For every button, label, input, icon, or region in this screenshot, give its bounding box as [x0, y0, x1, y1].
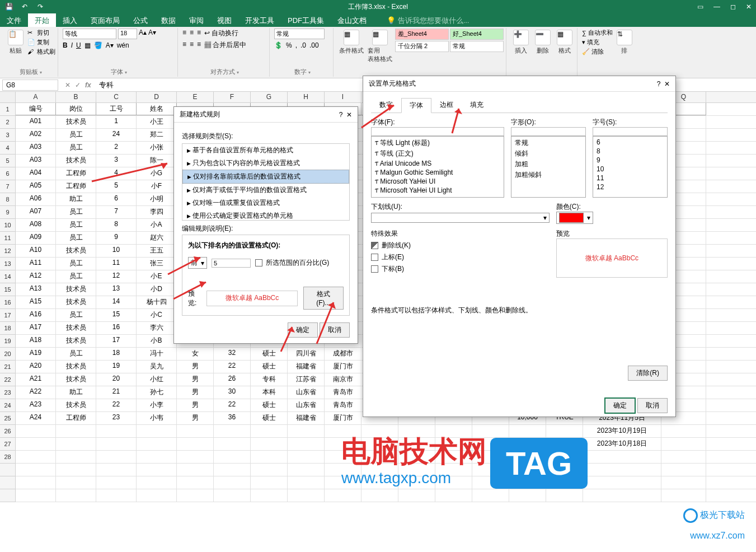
cell[interactable]: 姓名: [137, 103, 177, 115]
cell[interactable]: A02: [16, 129, 56, 141]
cell[interactable]: 20: [96, 373, 137, 386]
cell[interactable]: [325, 451, 361, 463]
cell[interactable]: [398, 464, 435, 476]
style-list[interactable]: 常规倾斜加粗加粗倾斜: [511, 136, 586, 198]
list-item[interactable]: 11: [594, 174, 666, 183]
row-header[interactable]: [0, 476, 16, 489]
cell[interactable]: A13: [16, 283, 56, 296]
cell[interactable]: 员工: [56, 270, 96, 283]
tell-me[interactable]: 💡 告诉我您想要做什么...: [380, 13, 476, 27]
cell[interactable]: [214, 464, 251, 476]
cell[interactable]: 11: [96, 258, 137, 270]
cell[interactable]: 青岛市: [325, 386, 361, 399]
row-header[interactable]: 7: [0, 180, 16, 193]
cell[interactable]: [56, 451, 96, 463]
align-left-icon[interactable]: ≡: [182, 40, 186, 50]
cell[interactable]: [56, 476, 96, 489]
color-select[interactable]: ▾: [556, 212, 593, 224]
cell[interactable]: [661, 489, 706, 502]
cell[interactable]: A23: [16, 399, 56, 411]
col-header[interactable]: I: [325, 92, 361, 102]
cell[interactable]: 硕士: [251, 412, 288, 424]
cell[interactable]: [398, 438, 435, 450]
cell[interactable]: 南京市: [325, 373, 361, 386]
cell[interactable]: 硕士: [251, 399, 288, 411]
table-format-button[interactable]: ▦套用 表格格式: [367, 29, 393, 64]
cell[interactable]: 厦门市: [325, 412, 361, 424]
cell[interactable]: 4: [96, 167, 137, 180]
row-header[interactable]: 1: [0, 103, 16, 116]
tab-formulas[interactable]: 公式: [126, 13, 154, 27]
cell[interactable]: [583, 489, 661, 502]
cell[interactable]: [16, 425, 56, 437]
cell[interactable]: A01: [16, 116, 56, 128]
col-header[interactable]: E: [177, 92, 214, 102]
cell[interactable]: [361, 425, 398, 437]
tab-border[interactable]: 边框: [431, 97, 462, 113]
tab-developer[interactable]: 开发工具: [238, 13, 281, 27]
tab-view[interactable]: 视图: [210, 13, 238, 27]
tab-insert[interactable]: 插入: [56, 13, 84, 27]
font-select[interactable]: 等线: [63, 29, 116, 39]
cell[interactable]: A15: [16, 296, 56, 308]
cell[interactable]: [16, 464, 56, 476]
count-input[interactable]: [212, 259, 251, 268]
cell[interactable]: [137, 464, 177, 476]
cell[interactable]: [583, 476, 661, 489]
cell[interactable]: 男: [177, 373, 214, 386]
style-item[interactable]: 千位分隔 2: [395, 41, 449, 52]
font-name-input[interactable]: [371, 127, 504, 136]
col-header[interactable]: A: [16, 92, 56, 102]
cell[interactable]: A08: [16, 219, 56, 231]
style-item[interactable]: 差_Sheet4: [395, 29, 449, 40]
cell[interactable]: [435, 464, 472, 476]
tab-fill[interactable]: 填充: [462, 97, 492, 113]
cell[interactable]: [509, 438, 546, 450]
cancel-formula-icon[interactable]: ✕: [65, 81, 71, 89]
cell[interactable]: [472, 476, 509, 489]
cell[interactable]: 22: [214, 399, 251, 411]
cell[interactable]: 22: [96, 399, 137, 411]
cell[interactable]: 13: [96, 283, 137, 296]
wrap-text[interactable]: ↩ 自动换行: [204, 29, 238, 38]
close-icon[interactable]: ✕: [746, 3, 752, 11]
cell[interactable]: [661, 451, 706, 463]
cell[interactable]: 小A: [137, 219, 177, 231]
percent-checkbox[interactable]: 所选范围的百分比(G): [255, 258, 329, 268]
cell[interactable]: [177, 451, 214, 463]
underline-icon[interactable]: U: [76, 41, 81, 49]
cell[interactable]: [361, 464, 398, 476]
cell[interactable]: A18: [16, 335, 56, 347]
cell[interactable]: [177, 425, 214, 437]
cell[interactable]: 5: [96, 180, 137, 193]
cell[interactable]: [361, 489, 398, 502]
row-header[interactable]: 21: [0, 361, 16, 373]
cell[interactable]: 助工: [56, 193, 96, 205]
underline-select[interactable]: ▾: [371, 213, 550, 223]
cell[interactable]: 陈一: [137, 155, 177, 167]
row-header[interactable]: 14: [0, 270, 16, 283]
rule-type-list[interactable]: 基于各自值设置所有单元格的格式只为包含以下内容的单元格设置格式仅对排名靠前或靠后…: [182, 143, 350, 221]
cell[interactable]: 技术员: [56, 245, 96, 257]
cell[interactable]: 小E: [137, 270, 177, 283]
sort-button[interactable]: ⇅排: [614, 29, 635, 56]
cell[interactable]: [96, 476, 137, 489]
cell[interactable]: 江苏省: [288, 373, 325, 386]
grow-font-icon[interactable]: A▴: [139, 29, 147, 39]
close-icon[interactable]: ✕: [346, 111, 352, 119]
col-header[interactable]: F: [214, 92, 251, 102]
cell[interactable]: 技术员: [56, 116, 96, 128]
cell[interactable]: [251, 476, 288, 489]
ok-button[interactable]: 确定: [604, 397, 636, 414]
font-color-icon[interactable]: A▾: [106, 41, 114, 49]
cell[interactable]: 2023年10月19日: [583, 425, 661, 437]
row-header[interactable]: 13: [0, 258, 16, 270]
cell[interactable]: [214, 476, 251, 489]
align-center-icon[interactable]: ≡: [190, 40, 194, 50]
cell[interactable]: [251, 489, 288, 502]
cell[interactable]: [96, 451, 137, 463]
cell[interactable]: [398, 489, 435, 502]
cell[interactable]: 员工: [56, 219, 96, 231]
cell[interactable]: [137, 425, 177, 437]
cell[interactable]: 2023年10月18日: [583, 438, 661, 450]
